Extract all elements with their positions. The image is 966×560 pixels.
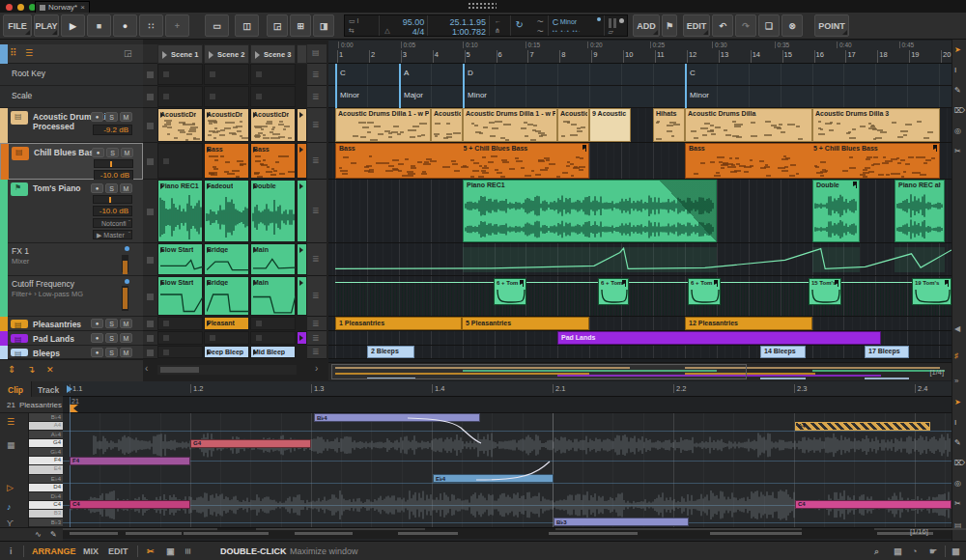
piano-key-E♭4[interactable]: E♭4 [29,475,63,484]
panel-layout-icon[interactable]: ▣ [166,546,175,556]
clip-stop-cell-root_key[interactable] [143,64,157,86]
loop-cell[interactable]: ↻ 〜〜 [511,15,548,36]
input-routing-select[interactable]: Notconfiˇ [93,218,132,228]
track-header-drums[interactable]: ▤Acoustic Drums Kit 2Processed●SM-9.2 dB [0,108,143,143]
flag-button[interactable]: ⚑ [662,14,677,37]
tab-track[interactable]: Track [32,381,63,397]
scene-header-sliver[interactable] [297,44,307,64]
automation-clip[interactable]: 6 + Tom [688,278,721,305]
project-tab[interactable]: Norway* × [35,1,90,13]
piano-key-A♭4[interactable]: A♭4 [29,431,63,439]
arranger-clip-bleeps[interactable]: 2 Bleeps [367,346,414,358]
launcher-track-options-scale[interactable]: ≣ [307,86,327,108]
clip-play-icon[interactable] [207,147,211,153]
arranger-clip-drums[interactable]: Acoustic D [557,108,589,142]
solo-button[interactable]: S [105,333,118,343]
zoom-search-icon[interactable]: ⌕ [874,546,879,557]
midi-note[interactable]: C4 [70,500,190,509]
automation-follow-dot[interactable] [125,279,129,284]
record-arm-button[interactable]: ● [91,333,103,343]
record-arm-button[interactable]: ● [91,319,103,328]
midi-note[interactable]: G4 [190,439,311,448]
clip-slot-sliver-padlands[interactable] [297,331,307,345]
key-change-scale[interactable]: Minor [468,91,487,99]
track-header-padlands[interactable]: ▤Pad Lands●SM [0,331,143,346]
mute-button[interactable]: M [120,319,132,328]
scene-play-icon[interactable] [209,51,213,59]
clip-slot-cutoff-2[interactable]: Bridge [204,276,249,316]
volume-value[interactable]: -10.0 dB [93,206,132,216]
launcher-scroll-thumb[interactable] [160,367,199,373]
auto-size-icon[interactable]: ⇕ [8,364,15,375]
arranger-clip-bass[interactable]: Bass5 + Chill Blues Bass [685,143,940,179]
piano-key-F4[interactable]: F4 [29,457,63,465]
io-panel-button[interactable]: ▭ [205,14,229,37]
fader-handle[interactable] [109,197,111,203]
track-panel-header[interactable]: ⠿☰◲ [0,44,143,64]
clip-slot-piano-2[interactable]: Fadeout [204,180,249,242]
pen-tool-icon[interactable]: ✎ [954,86,961,95]
dual-display-button[interactable]: ◲ [267,14,288,37]
cancel-button[interactable]: ⊗ [781,14,803,37]
record-arm-button[interactable]: ● [91,112,103,122]
redo-button[interactable]: ↷ [735,14,756,37]
automation-clip[interactable]: 6 + Tom [598,278,629,305]
arranger-clip-padlands[interactable]: Pad Lands [557,331,881,345]
pointer-mode-button[interactable]: POINT [814,14,849,37]
solo-button[interactable]: S [106,148,119,157]
clip-stop-cell-pleasantries[interactable] [143,317,157,331]
clip-play-icon[interactable] [253,350,257,355]
automation-write-button[interactable]: ∷ [139,14,163,37]
clip-play-icon[interactable] [253,112,257,118]
expand-panel-icon[interactable]: ◲ [124,48,132,58]
edit-menu-button[interactable]: EDIT [683,14,710,37]
record-arm-button[interactable]: ● [91,183,103,193]
editor-clip-ref[interactable]: 21Pleasantries [0,397,63,413]
add-launcher-button[interactable]: + [165,14,189,37]
clip-play-icon[interactable] [160,112,164,118]
knife-tool-icon[interactable]: ✂ [954,147,961,155]
fader-handle[interactable] [110,161,112,167]
follow-icon[interactable]: ↴ [27,364,35,375]
audition-wave-icon[interactable]: ∿ [35,530,42,539]
clip-slot-scale-2[interactable] [204,86,249,107]
piano-key-A4[interactable]: A4 [29,422,63,431]
arranger-clip-pleasantries[interactable]: 12 Pleasantries [685,317,812,330]
record-arm-button[interactable]: ● [91,348,103,357]
key-change-scale[interactable]: Major [404,91,423,99]
automation-follow-dot[interactable] [125,246,129,251]
clip-slot-drums-2[interactable]: AcousticDr [204,108,249,142]
track-header-piano[interactable]: ⚑Tom's Piano●SM-10.0 dBNotconfiˇ▶ Master… [0,180,143,243]
clip-stop-cell-piano[interactable] [143,180,157,243]
volume-fader[interactable] [93,195,132,204]
clip-slot-pleasantries-2[interactable]: Pleasant [204,317,249,330]
metronome-cell[interactable]: ▭ I⇆ [345,15,380,36]
arranger-clip-bleeps[interactable]: 14 Bleeps [760,346,806,358]
arranger-clip-bleeps[interactable]: 17 Bleeps [865,346,909,358]
clip-slot-root_key-1[interactable] [157,64,203,85]
tab-clip[interactable]: Clip [0,381,32,397]
track-header-fx1[interactable]: FX 1Mixer [0,243,143,276]
list-view-icon[interactable]: ☰ [25,48,33,58]
arranger-clip-pleasantries[interactable]: 1 Pleasantries [335,317,462,330]
arranger-clip-drums[interactable]: Acoustic Drums Dilla 1 - w Perc [463,108,557,142]
stop-button[interactable]: ■ [87,14,111,37]
arranger-clip-audio[interactable]: Double [812,180,860,242]
clip-slot-sliver-cutoff[interactable] [297,276,307,316]
piano-key-B♭3[interactable]: B♭3 [29,518,63,527]
tablet-display-button[interactable]: ◨ [313,14,334,37]
track-header-pleasantries[interactable]: ▤Pleasantries●SM [0,317,143,331]
close-window-button[interactable] [6,4,13,11]
key-cell[interactable]: C Minor •• •·• ••· [549,15,605,36]
scene-header-1[interactable]: Scene 1 [157,44,203,64]
key-change-root[interactable]: A [404,69,409,77]
note-list-icon[interactable]: ☰ [7,417,14,427]
clip-slot-scale-3[interactable] [250,86,296,107]
arranger-clip-drums[interactable]: Acoustic Drums Dilla 3 [812,108,940,142]
time-select-tool-icon[interactable]: I [954,418,956,427]
clip-stop-cell-padlands[interactable] [143,331,157,346]
arranger-clip-drums[interactable]: Acoustic D [431,108,463,142]
key-change-root[interactable]: C [690,69,696,77]
mixer-sliders-icon[interactable]: ≡ [183,548,194,554]
key-change-marker[interactable] [335,64,337,108]
